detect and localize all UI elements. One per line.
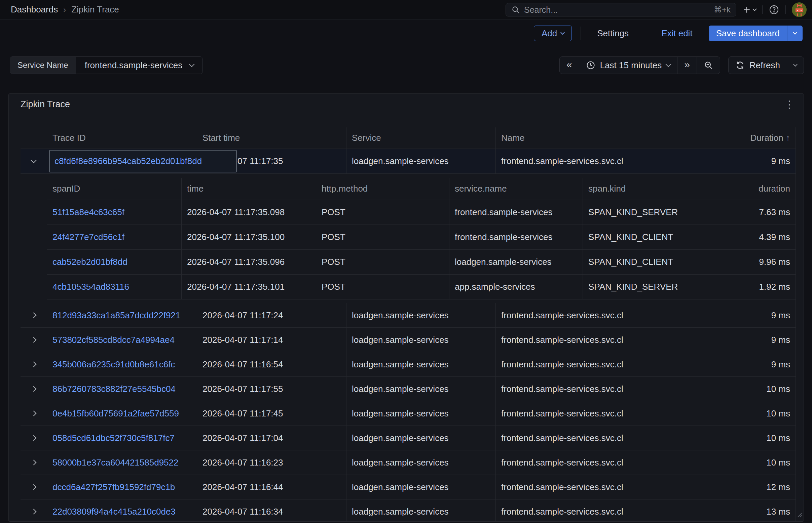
service-cell: loadgen.sample-services — [346, 401, 496, 426]
search-icon — [511, 5, 520, 14]
span-id-link[interactable]: 4cb105354ad83116 — [52, 282, 129, 292]
help-button[interactable] — [768, 4, 779, 15]
trace-id-link[interactable]: 22d03809f94a4c415a210c0de3 — [52, 507, 176, 517]
trace-id-link[interactable]: dccd6a427f257fb91592fd79c1b — [52, 482, 175, 492]
duration-cell: 10 ms — [645, 426, 796, 450]
refresh-interval-caret[interactable] — [787, 57, 804, 74]
trace-row: 0e4b15fb60d75691a2fae57d559 2026-04-07 1… — [20, 401, 796, 426]
col-trace-id[interactable]: Trace ID — [47, 127, 197, 148]
col-start-time[interactable]: Start time — [197, 127, 346, 148]
service-name-cell: app.sample-services — [449, 275, 583, 299]
service-cell: loadgen.sample-services — [346, 450, 496, 474]
new-item-button[interactable] — [742, 5, 756, 14]
trace-row: 58000b1e37ca604421585d9522 2026-04-07 11… — [20, 450, 796, 475]
chevron-right-icon — [31, 509, 37, 515]
settings-button[interactable]: Settings — [590, 25, 636, 41]
span-duration-cell: 1.92 ms — [715, 275, 796, 299]
breadcrumb-dashboards[interactable]: Dashboards — [11, 4, 58, 15]
duration-cell: 9 ms — [645, 149, 796, 174]
panel-resize-handle[interactable] — [795, 509, 802, 520]
col-service[interactable]: Service — [346, 127, 496, 148]
edit-toolbar: Add Settings Exit edit Save dashboard — [0, 20, 812, 47]
col-duration[interactable]: Duration ↑ — [645, 127, 796, 148]
chevron-down-icon — [189, 61, 195, 67]
span-subtable: spanID time http.method service.name spa… — [47, 178, 796, 300]
panel-menu-kebab-icon[interactable]: ⋮ — [783, 98, 796, 110]
time-controls: « Last 15 minutes » Refre — [559, 56, 804, 74]
trace-id-link[interactable]: 812d93a33ca1a85a7dcdd22f921 — [52, 310, 180, 321]
save-dashboard-button[interactable]: Save dashboard — [709, 25, 787, 41]
add-button[interactable]: Add — [534, 25, 572, 41]
selected-trace-cell[interactable]: c8fd6f8e8966b954cab52eb2d01bf8dd — [49, 150, 237, 173]
save-dashboard-group: Save dashboard — [709, 25, 802, 41]
trace-id-link[interactable]: 058d5cd61dbc52f730c5f817fc7 — [52, 433, 175, 443]
span-id-link[interactable]: 24f4277e7cd56c1f — [52, 232, 124, 242]
search-box[interactable]: ⌘+k — [505, 3, 736, 16]
trace-id-link[interactable]: 345b006a6235c91d0b8e61c6fc — [52, 359, 175, 370]
name-cell: frontend.sample-services.svc.cl — [496, 475, 645, 499]
service-name-cell: loadgen.sample-services — [449, 250, 583, 274]
span-kind-cell: SPAN_KIND_CLIENT — [583, 225, 715, 249]
time-cell: 2026-04-07 11:17:35.098 — [182, 200, 316, 224]
name-cell: frontend.sample-services.svc.cl — [496, 149, 645, 174]
search-input[interactable] — [524, 5, 710, 15]
trace-id-cell: 58000b1e37ca604421585d9522 — [47, 450, 197, 474]
name-cell: frontend.sample-services.svc.cl — [496, 426, 645, 450]
time-cell: 2026-04-07 11:17:35.096 — [182, 250, 316, 274]
expand-row-button[interactable] — [20, 450, 47, 474]
trace-id-link[interactable]: c8fd6f8e8966b954cab52eb2d01bf8dd — [54, 156, 202, 166]
trace-id-cell: 0e4b15fb60d75691a2fae57d559 — [47, 401, 197, 426]
expand-row-button[interactable] — [20, 500, 47, 522]
refresh-button[interactable]: Refresh — [729, 57, 787, 74]
expand-row-button[interactable] — [20, 328, 47, 352]
expand-row-button[interactable] — [20, 352, 47, 376]
panel-header: Zipkin Trace ⋮ — [9, 94, 804, 114]
trace-row: 812d93a33ca1a85a7dcdd22f921 2026-04-07 1… — [20, 303, 796, 328]
time-shift-back-button[interactable]: « — [560, 57, 579, 74]
service-cell: loadgen.sample-services — [346, 303, 496, 327]
duration-cell: 9 ms — [645, 352, 796, 376]
variable-value-dropdown[interactable]: frontend.sample-services — [76, 57, 203, 74]
expand-row-button[interactable] — [20, 377, 47, 401]
service-name-cell: frontend.sample-services — [449, 200, 583, 224]
time-range-group: « Last 15 minutes » — [559, 56, 720, 74]
trace-id-link[interactable]: 58000b1e37ca604421585d9522 — [52, 457, 179, 468]
chevron-right-icon — [31, 411, 37, 416]
expand-row-button[interactable] — [20, 303, 47, 327]
time-shift-forward-button[interactable]: » — [677, 57, 697, 74]
trace-id-link[interactable]: 0e4b15fb60d75691a2fae57d559 — [52, 409, 179, 419]
start-time-cell: 2026-04-07 11:17:55 — [197, 377, 346, 401]
chevron-right-icon — [31, 386, 37, 392]
span-id-cell: 24f4277e7cd56c1f — [47, 225, 182, 249]
zoom-out-icon — [704, 60, 713, 70]
chevron-down-icon — [753, 7, 757, 11]
collapse-row-button[interactable] — [20, 149, 47, 174]
breadcrumb-current: Zipkin Trace — [71, 4, 119, 15]
name-cell: frontend.sample-services.svc.cl — [496, 401, 645, 426]
col-time: time — [182, 178, 316, 200]
http-method-cell: POST — [316, 225, 449, 249]
time-zoom-out-button[interactable] — [697, 57, 720, 74]
span-kind-cell: SPAN_KIND_SERVER — [583, 200, 715, 224]
exit-edit-button[interactable]: Exit edit — [654, 25, 700, 41]
service-cell: loadgen.sample-services — [346, 352, 496, 376]
span-kind-cell: SPAN_KIND_SERVER — [583, 275, 715, 299]
filter-row: Service Name frontend.sample-services « … — [0, 56, 812, 75]
topbar-actions: ⌘+k — [505, 0, 807, 19]
span-id-link[interactable]: cab52eb2d01bf8dd — [52, 257, 127, 267]
time-range-picker[interactable]: Last 15 minutes — [579, 57, 678, 74]
expand-row-button[interactable] — [20, 426, 47, 450]
trace-id-link[interactable]: 573802cf585cd8dcc7a4994ae4 — [52, 335, 175, 345]
chevron-down-icon — [31, 157, 37, 163]
clock-icon — [586, 60, 595, 70]
user-avatar[interactable] — [792, 2, 807, 17]
expand-row-button[interactable] — [20, 475, 47, 499]
trace-id-link[interactable]: 86b7260783c882f27e5545bc04 — [52, 384, 176, 394]
service-name-cell: frontend.sample-services — [449, 225, 583, 249]
chevron-down-icon — [793, 30, 797, 35]
span-id-link[interactable]: 51f15a8e4c63c65f — [52, 207, 124, 217]
col-name[interactable]: Name — [496, 127, 645, 148]
save-dashboard-caret[interactable] — [787, 25, 802, 41]
trace-id-cell: 058d5cd61dbc52f730c5f817fc7 — [47, 426, 197, 450]
expand-row-button[interactable] — [20, 401, 47, 426]
